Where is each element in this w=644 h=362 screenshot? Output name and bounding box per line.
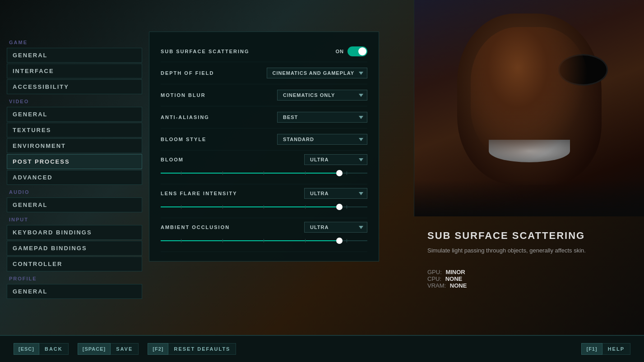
setting-row-sub-surface-scattering: SUB SURFACE SCATTERINGON xyxy=(161,41,367,62)
dropdown-arrow-ambient-occlusion xyxy=(359,226,363,229)
reset-key: [F2] xyxy=(148,343,168,355)
slider-tick xyxy=(264,171,264,175)
sidebar-item-video-textures[interactable]: TEXTURES xyxy=(7,123,142,137)
section-label-input: INPUT xyxy=(0,213,149,224)
back-label: BACK xyxy=(39,343,69,355)
slider-thumb-lens-flare[interactable] xyxy=(336,204,343,210)
slider-section-ambient-occlusion: AMBIENT OCCLUSIONULTRA xyxy=(161,218,367,252)
sidebar-item-game-general[interactable]: GENERAL xyxy=(7,48,142,63)
slider-track-container-ambient-occlusion[interactable] xyxy=(161,236,367,245)
save-button[interactable]: [SPACE] SAVE xyxy=(78,343,139,355)
slider-tick xyxy=(222,239,223,243)
setting-row-anti-aliasing: ANTI-ALIASINGBEST xyxy=(161,106,367,128)
sidebar-item-input-gamepad[interactable]: GAMEPAD BINDINGS xyxy=(7,241,142,256)
slider-track-ambient-occlusion xyxy=(161,240,367,241)
dropdown-text-motion-blur: CINEMATICS ONLY xyxy=(283,92,335,98)
help-button[interactable]: [F1] HELP xyxy=(581,343,630,355)
dropdown-text-anti-aliasing: BEST xyxy=(283,115,298,120)
sidebar-item-input-controller[interactable]: CONTROLLER xyxy=(7,257,142,271)
slider-tick xyxy=(222,171,223,175)
slider-tick xyxy=(264,239,264,243)
settings-panel: SUB SURFACE SCATTERINGONDEPTH OF FIELDCI… xyxy=(149,32,379,261)
dropdown-motion-blur[interactable]: CINEMATICS ONLY xyxy=(277,90,367,101)
dropdown-arrow-lens-flare xyxy=(359,192,363,195)
sidebar-item-video-postprocess[interactable]: POST PROCESS xyxy=(7,154,142,169)
toggle-thumb-sub-surface-scattering xyxy=(358,47,366,55)
sidebar-item-profile-general[interactable]: GENERAL xyxy=(7,284,142,299)
sidebar-item-video-environment[interactable]: ENVIRONMENT xyxy=(7,138,142,153)
slider-tick xyxy=(181,239,181,243)
dropdown-arrow-bloom-style xyxy=(359,138,363,141)
slider-track-lens-flare xyxy=(161,206,367,207)
setting-label-ambient-occlusion: AMBIENT OCCLUSION xyxy=(161,225,230,230)
sidebar: GAMEGENERALINTERFACEACCESSIBILITYVIDEOGE… xyxy=(0,27,149,335)
slider-track-container-bloom[interactable] xyxy=(161,169,367,178)
dropdown-depth-of-field[interactable]: CINEMATICS AND GAMEPLAY xyxy=(267,68,368,78)
footer: [ESC] BACK [SPACE] SAVE [F2] RESET DEFAU… xyxy=(0,335,644,362)
sidebar-item-video-general[interactable]: GENERAL xyxy=(7,107,142,122)
dropdown-arrow-depth-of-field xyxy=(359,72,363,75)
back-button[interactable]: [ESC] BACK xyxy=(14,343,69,355)
toggle-sub-surface-scattering[interactable]: ON xyxy=(336,46,368,56)
dropdown-text-depth-of-field: CINEMATICS AND GAMEPLAY xyxy=(273,70,355,76)
section-label-game: GAME xyxy=(0,36,149,47)
slider-header-lens-flare: LENS FLARE INTENSITYULTRA xyxy=(161,188,367,199)
setting-row-depth-of-field: DEPTH OF FIELDCINEMATICS AND GAMEPLAY xyxy=(161,62,367,84)
setting-label-bloom: BLOOM xyxy=(161,157,184,162)
dropdown-arrow-bloom xyxy=(359,158,363,161)
dropdown-lens-flare[interactable]: ULTRA xyxy=(304,188,367,199)
slider-tick xyxy=(347,171,347,175)
sidebar-item-audio-general[interactable]: GENERAL xyxy=(7,197,142,212)
setting-label-motion-blur: MOTION BLUR xyxy=(161,92,206,98)
setting-label-depth-of-field: DEPTH OF FIELD xyxy=(161,70,214,76)
slider-tick xyxy=(264,205,264,209)
section-label-video: VIDEO xyxy=(0,95,149,106)
slider-tick xyxy=(222,205,223,209)
slider-tick xyxy=(181,205,181,209)
setting-label-sub-surface-scattering: SUB SURFACE SCATTERING xyxy=(161,49,250,54)
sidebar-item-game-interface[interactable]: INTERFACE xyxy=(7,64,142,78)
reset-button[interactable]: [F2] RESET DEFAULTS xyxy=(148,343,236,355)
dropdown-text-bloom-style: STANDARD xyxy=(283,137,314,142)
reset-label: RESET DEFAULTS xyxy=(168,343,236,355)
setting-row-motion-blur: MOTION BLURCINEMATICS ONLY xyxy=(161,84,367,106)
toggle-track-sub-surface-scattering[interactable] xyxy=(347,46,367,56)
sidebar-item-game-accessibility[interactable]: ACCESSIBILITY xyxy=(7,79,142,94)
toggle-text-sub-surface-scattering: ON xyxy=(336,49,344,54)
slider-track-container-lens-flare[interactable] xyxy=(161,202,367,211)
help-key: [F1] xyxy=(581,343,602,355)
main-content: GAMEGENERALINTERFACEACCESSIBILITYVIDEOGE… xyxy=(0,27,644,335)
sidebar-item-video-advanced[interactable]: ADVANCED xyxy=(7,170,142,185)
slider-tick xyxy=(347,205,347,209)
dropdown-bloom-style[interactable]: STANDARD xyxy=(277,134,367,145)
setting-row-bloom-style: BLOOM STYLESTANDARD xyxy=(161,128,367,151)
dropdown-text-ambient-occlusion: ULTRA xyxy=(310,225,329,230)
sidebar-item-input-keyboard[interactable]: KEYBOARD BINDINGS xyxy=(7,225,142,240)
dropdown-text-lens-flare: ULTRA xyxy=(310,191,329,196)
slider-header-bloom: BLOOMULTRA xyxy=(161,154,367,165)
slider-header-ambient-occlusion: AMBIENT OCCLUSIONULTRA xyxy=(161,222,367,233)
save-key: [SPACE] xyxy=(78,343,111,355)
dropdown-ambient-occlusion[interactable]: ULTRA xyxy=(304,222,367,233)
slider-section-lens-flare: LENS FLARE INTENSITYULTRA xyxy=(161,184,367,218)
dropdown-arrow-motion-blur xyxy=(359,94,363,97)
slider-thumb-ambient-occlusion[interactable] xyxy=(336,238,343,244)
dropdown-arrow-anti-aliasing xyxy=(359,116,363,119)
back-key: [ESC] xyxy=(14,343,39,355)
section-label-profile: PROFILE xyxy=(0,272,149,283)
save-label: SAVE xyxy=(111,343,139,355)
slider-tick xyxy=(305,205,306,209)
dropdown-text-bloom: ULTRA xyxy=(310,157,329,162)
dropdown-anti-aliasing[interactable]: BEST xyxy=(277,112,367,123)
slider-tick xyxy=(347,239,347,243)
slider-track-bloom xyxy=(161,173,367,174)
slider-tick xyxy=(305,239,306,243)
dropdown-bloom[interactable]: ULTRA xyxy=(304,154,367,165)
slider-section-bloom: BLOOMULTRA xyxy=(161,151,367,184)
help-label: HELP xyxy=(602,343,630,355)
setting-label-bloom-style: BLOOM STYLE xyxy=(161,137,206,142)
slider-tick xyxy=(181,171,181,175)
slider-tick xyxy=(305,171,306,175)
slider-thumb-bloom[interactable] xyxy=(336,170,343,176)
setting-label-anti-aliasing: ANTI-ALIASING xyxy=(161,115,209,120)
